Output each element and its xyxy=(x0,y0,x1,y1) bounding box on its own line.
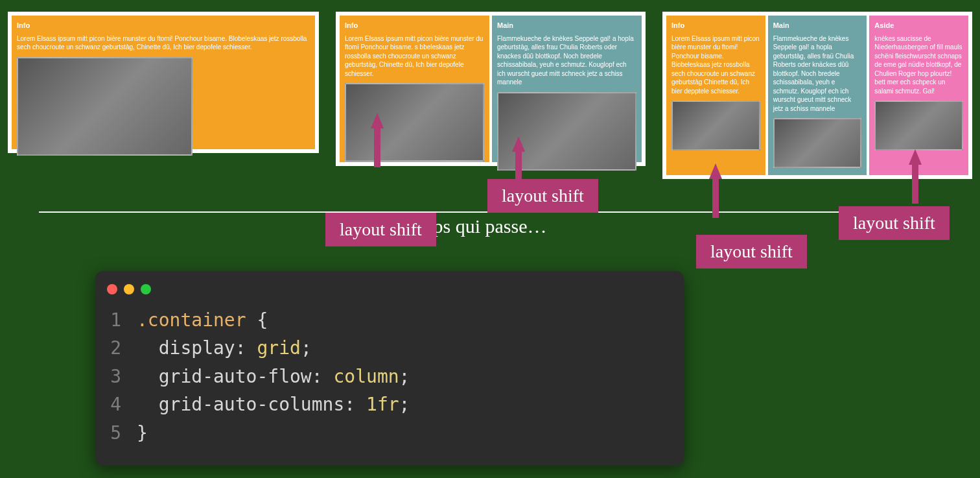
code-value: grid xyxy=(257,337,300,359)
timeline-caption: ps qui passe… xyxy=(0,215,980,237)
demo2-main-title: Main xyxy=(497,21,636,30)
close-icon xyxy=(107,284,117,294)
layout-shift-label-2: layout shift xyxy=(487,179,598,213)
demo3-main-text: Flammekueche de knèkes Seppele gal! a ho… xyxy=(773,34,862,114)
code-line-5: 5 } xyxy=(95,419,684,447)
demo1-info-title: Info xyxy=(17,21,310,30)
arrow-up-icon xyxy=(909,149,922,165)
demo3-main-title: Main xyxy=(773,21,862,30)
placeholder-image xyxy=(17,57,192,156)
layout-shift-label-4: layout shift xyxy=(839,206,950,240)
code-brace: { xyxy=(246,309,268,331)
code-property: grid-auto-flow xyxy=(159,366,312,387)
demo2-info-title: Info xyxy=(345,21,484,30)
minimize-icon xyxy=(124,284,134,294)
demo3-info-title: Info xyxy=(671,21,760,30)
demo1-info-text: Lorem Elsass ipsum mitt picon bière muns… xyxy=(17,34,310,52)
arrow-up-icon xyxy=(709,163,722,179)
window-controls xyxy=(95,280,684,306)
code-brace: } xyxy=(137,419,148,447)
slide-stage: Info Lorem Elsass ipsum mitt picon bière… xyxy=(0,0,980,478)
demo2-info-text: Lorem Elsass ipsum mitt picon bière muns… xyxy=(345,34,484,78)
demo1-info-column: Info Lorem Elsass ipsum mitt picon bière… xyxy=(12,16,315,149)
demo3-info-column: Info Lorem Elsass ipsum mitt picon bière… xyxy=(666,16,765,175)
demo3-main-column: Main Flammekueche de knèkes Seppele gal!… xyxy=(768,16,867,175)
code-value: column xyxy=(333,366,399,387)
layout-shift-label-1: layout shift xyxy=(325,213,436,246)
code-window: 1 .container { 2 display: grid; 3 grid-a… xyxy=(95,271,684,466)
code-line-1: 1 .container { xyxy=(95,306,684,334)
demo3-info-text: Lorem Elsass ipsum mitt picon bière muns… xyxy=(671,34,760,96)
placeholder-image xyxy=(773,118,862,168)
placeholder-image xyxy=(671,101,760,150)
zoom-icon xyxy=(141,284,151,294)
line-number: 3 xyxy=(107,363,137,390)
demo-box-2: Info Lorem Elsass ipsum mitt picon bière… xyxy=(336,12,646,166)
code-unit: fr xyxy=(377,394,399,415)
line-number: 1 xyxy=(107,306,137,334)
arrow-up-icon xyxy=(512,136,525,152)
demo3-aside-title: Aside xyxy=(874,21,963,30)
code-line-3: 3 grid-auto-flow: column; xyxy=(95,363,684,390)
code-property: display xyxy=(159,337,235,359)
code-line-4: 4 grid-auto-columns: 1fr; xyxy=(95,390,684,418)
demo2-info-column: Info Lorem Elsass ipsum mitt picon bière… xyxy=(340,16,489,162)
demo3-aside-text: knèkes saucisse de Niederhausbergen of f… xyxy=(874,34,963,96)
demo-box-1: Info Lorem Elsass ipsum mitt picon bière… xyxy=(8,12,319,153)
demo2-main-text: Flammekueche de knèkes Seppele gal! a ho… xyxy=(497,34,636,87)
placeholder-image xyxy=(345,83,484,161)
demo-box-3: Info Lorem Elsass ipsum mitt picon bière… xyxy=(662,12,972,179)
code-line-2: 2 display: grid; xyxy=(95,334,684,362)
code-selector: .container xyxy=(137,309,246,331)
layout-shift-label-3: layout shift xyxy=(696,235,807,269)
arrow-up-icon xyxy=(371,113,384,128)
line-number: 4 xyxy=(107,390,137,418)
placeholder-image xyxy=(874,101,963,150)
code-number: 1 xyxy=(366,394,377,415)
line-number: 5 xyxy=(107,419,137,447)
line-number: 2 xyxy=(107,334,137,362)
code-property: grid-auto-columns xyxy=(159,394,345,415)
